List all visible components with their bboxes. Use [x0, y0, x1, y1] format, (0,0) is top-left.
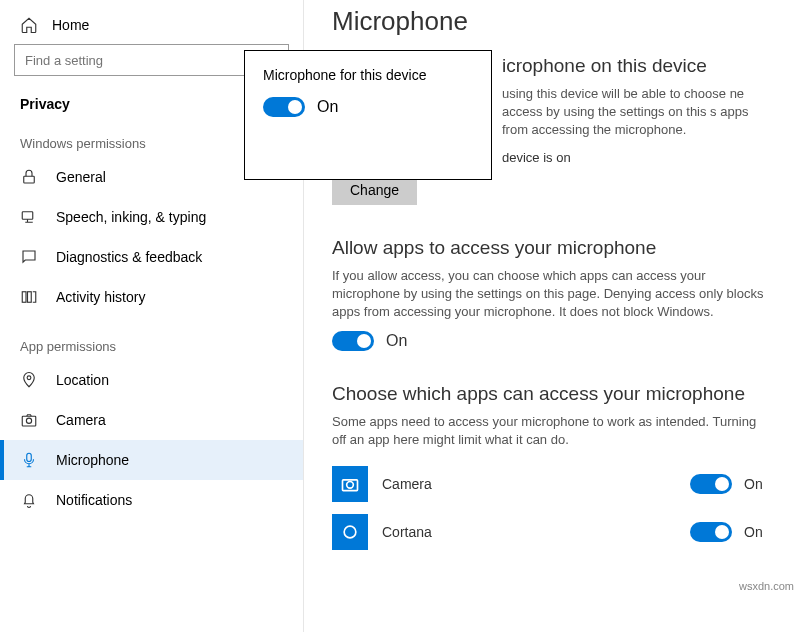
nav-item-label: Activity history [56, 289, 145, 305]
nav-item-speech[interactable]: Speech, inking, & typing [0, 197, 303, 237]
nav-item-microphone[interactable]: Microphone [0, 440, 303, 480]
nav-item-label: Diagnostics & feedback [56, 249, 202, 265]
svg-point-10 [344, 526, 356, 538]
app-name: Cortana [382, 524, 690, 540]
nav-item-label: Microphone [56, 452, 129, 468]
svg-rect-2 [22, 292, 26, 303]
svg-rect-1 [22, 212, 33, 220]
nav-item-camera[interactable]: Camera [0, 400, 303, 440]
svg-point-4 [27, 376, 31, 380]
section-device-access-heading: icrophone on this device [502, 55, 772, 77]
svg-rect-3 [28, 292, 32, 303]
nav-home-label: Home [52, 17, 89, 33]
microphone-icon [20, 451, 38, 469]
app-access-toggle-row: On [332, 331, 772, 351]
home-icon [20, 16, 38, 34]
popup-state: On [317, 98, 338, 116]
page-title: Microphone [332, 0, 772, 55]
app-access-state: On [386, 332, 407, 350]
nav-home[interactable]: Home [0, 12, 303, 44]
device-access-status: device is on [502, 150, 772, 165]
bell-icon [20, 491, 38, 509]
nav-item-label: Notifications [56, 492, 132, 508]
app-icon-cortana [332, 514, 368, 550]
app-toggle-camera[interactable] [690, 474, 732, 494]
camera-icon [340, 474, 360, 494]
nav-item-activity[interactable]: Activity history [0, 277, 303, 317]
nav-item-label: Location [56, 372, 109, 388]
activity-icon [20, 288, 38, 306]
section-choose-apps-heading: Choose which apps can access your microp… [332, 383, 772, 405]
app-state: On [744, 476, 772, 492]
app-access-toggle[interactable] [332, 331, 374, 351]
camera-icon [20, 411, 38, 429]
svg-rect-0 [24, 176, 35, 183]
section-choose-apps-desc: Some apps need to access your microphone… [332, 413, 772, 449]
popup-title: Microphone for this device [263, 67, 473, 83]
location-icon [20, 371, 38, 389]
svg-point-9 [347, 481, 354, 488]
group-app-permissions: App permissions [0, 331, 303, 360]
app-name: Camera [382, 476, 690, 492]
app-row-cortana: Cortana On [332, 508, 772, 556]
lock-icon [20, 168, 38, 186]
svg-rect-7 [27, 453, 32, 461]
popup-toggle-row: On [263, 97, 473, 117]
cortana-icon [340, 522, 360, 542]
speech-icon [20, 208, 38, 226]
nav-item-location[interactable]: Location [0, 360, 303, 400]
popup-toggle[interactable] [263, 97, 305, 117]
nav-item-label: Camera [56, 412, 106, 428]
nav-item-diagnostics[interactable]: Diagnostics & feedback [0, 237, 303, 277]
section-app-access-heading: Allow apps to access your microphone [332, 237, 772, 259]
device-microphone-popup: Microphone for this device On [244, 50, 492, 180]
app-state: On [744, 524, 772, 540]
watermark: wsxdn.com [739, 580, 794, 592]
app-icon-camera [332, 466, 368, 502]
app-row-camera: Camera On [332, 460, 772, 508]
section-device-access-desc: using this device will be able to choose… [502, 85, 772, 140]
nav-item-notifications[interactable]: Notifications [0, 480, 303, 520]
app-toggle-cortana[interactable] [690, 522, 732, 542]
feedback-icon [20, 248, 38, 266]
nav-item-label: General [56, 169, 106, 185]
svg-point-6 [26, 418, 31, 423]
nav-item-label: Speech, inking, & typing [56, 209, 206, 225]
section-app-access-desc: If you allow access, you can choose whic… [332, 267, 772, 322]
